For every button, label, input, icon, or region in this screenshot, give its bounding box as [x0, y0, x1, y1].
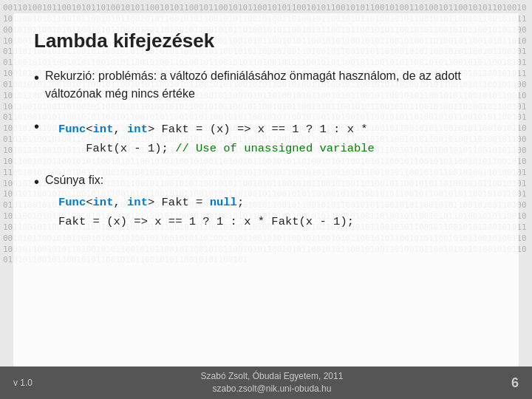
footer: v 1.0 Szabó Zsolt, Óbudai Egyetem, 2011 … — [0, 366, 532, 399]
bullet-dot-2: • — [34, 116, 39, 137]
footer-line1: Szabó Zsolt, Óbudai Egyetem, 2011 — [201, 370, 344, 383]
footer-center: Szabó Zsolt, Óbudai Egyetem, 2011 szabo.… — [201, 370, 344, 395]
content-area: Lambda kifejezések • Rekurzió: problémás… — [13, 13, 519, 366]
slide-title: Lambda kifejezések — [34, 30, 498, 52]
bullet-content-3: Csúnya fix: Func<int, int> Fakt = null; … — [45, 171, 354, 231]
code-comment-1: // Use of unassigned variable — [175, 142, 375, 155]
code-block-3: Func<int, int> Fakt = null; Fakt = (x) =… — [58, 194, 354, 231]
code-func-kw2: Func — [58, 196, 86, 209]
bullet-text-3: • Csúnya fix: Func<int, int> Fakt = null… — [34, 171, 498, 231]
bullet-text-1: • Rekurzió: problémás: a változó definiá… — [34, 67, 498, 103]
footer-line2: szabo.zsolt@nik.uni-obuda.hu — [201, 383, 344, 395]
code-block-2: Func<int, int> Fakt = (x) => x == 1 ? 1 … — [58, 120, 375, 158]
code-null-kw: null — [210, 196, 237, 209]
footer-version: v 1.0 — [13, 378, 33, 388]
code-int-kw1: int — [93, 123, 114, 136]
slide: Lambda kifejezések • Rekurzió: problémás… — [0, 0, 532, 399]
bullet-item-3: • Csúnya fix: Func<int, int> Fakt = null… — [34, 171, 498, 231]
bullet-item-1: • Rekurzió: problémás: a változó definiá… — [34, 67, 498, 103]
code-int-kw3: int — [93, 196, 114, 209]
bullet-label-1: Rekurzió: problémás: a változó definiálá… — [45, 67, 498, 103]
code-func-kw: Func — [58, 123, 86, 136]
bullet-dot-3: • — [34, 171, 39, 192]
bullet-text-2: • Func<int, int> Fakt = (x) => x == 1 ? … — [34, 116, 498, 158]
code-int-kw4: int — [127, 196, 148, 209]
code-int-kw2: int — [127, 123, 148, 136]
bullet-dot-1: • — [34, 67, 39, 88]
bullet-label-3: Csúnya fix: — [45, 174, 103, 186]
bullet-item-2: • Func<int, int> Fakt = (x) => x == 1 ? … — [34, 116, 498, 158]
footer-page: 6 — [511, 375, 519, 391]
